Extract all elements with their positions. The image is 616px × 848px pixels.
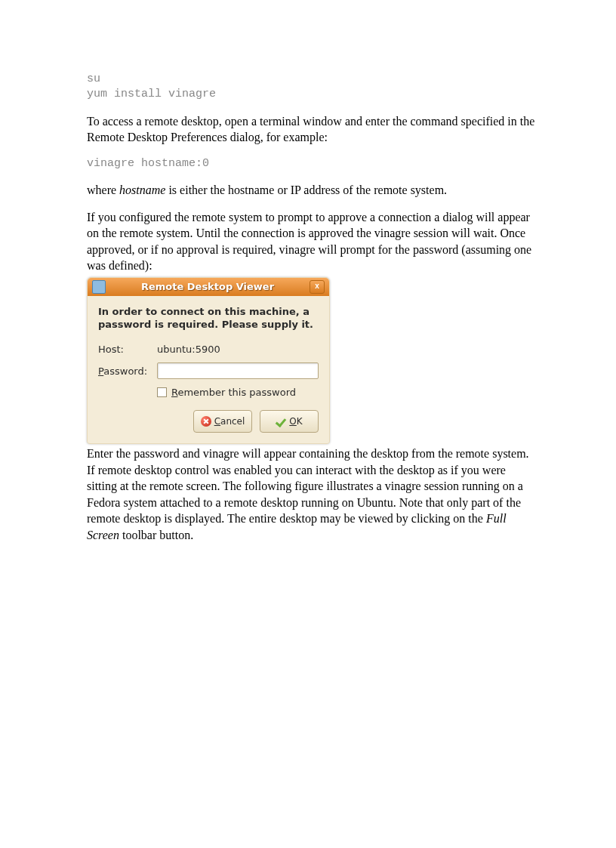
dialog-message: In order to connect on this machine, a p… xyxy=(98,305,319,331)
remember-label: Remember this password xyxy=(171,387,296,398)
password-label: Password: xyxy=(98,365,157,377)
mnemonic: O xyxy=(289,416,296,427)
code-line: vinagre hostname:0 xyxy=(87,157,209,170)
button-label: Cancel xyxy=(214,416,245,427)
paragraph: where hostname is either the hostname or… xyxy=(87,182,537,199)
text-italic: hostname xyxy=(119,183,165,196)
document-page: su yum install vinagre To access a remot… xyxy=(0,0,616,848)
label-rest: ancel xyxy=(220,416,245,427)
text-run: Enter the password and vinagre will appe… xyxy=(87,447,529,525)
paragraph: Enter the password and vinagre will appe… xyxy=(87,446,537,544)
remember-checkbox[interactable] xyxy=(157,387,167,397)
code-line: su xyxy=(87,72,100,85)
code-block-command: vinagre hostname:0 xyxy=(87,156,537,171)
button-label: OK xyxy=(289,416,302,427)
label-rest: K xyxy=(297,416,303,427)
label-rest: emember this password xyxy=(177,387,296,398)
label-rest: assword: xyxy=(103,365,147,377)
ok-icon xyxy=(276,416,286,427)
host-value: ubuntu:5900 xyxy=(157,344,220,355)
dialog-titlebar[interactable]: Remote Desktop Viewer x xyxy=(88,278,329,296)
cancel-icon xyxy=(201,416,211,427)
paragraph: If you configured the remote system to p… xyxy=(87,209,537,274)
paragraph: To access a remote desktop, open a termi… xyxy=(87,113,537,146)
dialog-button-row: Cancel OK xyxy=(98,410,319,433)
text-run: toolbar button. xyxy=(119,529,193,541)
text-run: where xyxy=(87,183,119,196)
code-block-install: su yum install vinagre xyxy=(87,72,537,103)
dialog-title: Remote Desktop Viewer xyxy=(106,281,310,292)
password-row: Password: xyxy=(98,362,319,379)
dialog-body: In order to connect on this machine, a p… xyxy=(88,296,329,443)
text-run: is either the hostname or IP address of … xyxy=(165,183,447,196)
remember-row[interactable]: Remember this password xyxy=(157,387,319,398)
remote-desktop-viewer-dialog: Remote Desktop Viewer x In order to conn… xyxy=(87,277,330,444)
password-input[interactable] xyxy=(157,362,319,379)
host-row: Host: ubuntu:5900 xyxy=(98,344,319,355)
mnemonic: C xyxy=(214,416,220,427)
code-line: yum install vinagre xyxy=(87,88,216,100)
host-label: Host: xyxy=(98,344,157,355)
cancel-button[interactable]: Cancel xyxy=(193,410,252,433)
app-icon xyxy=(92,280,106,294)
close-icon[interactable]: x xyxy=(310,280,325,294)
ok-button[interactable]: OK xyxy=(260,410,319,433)
